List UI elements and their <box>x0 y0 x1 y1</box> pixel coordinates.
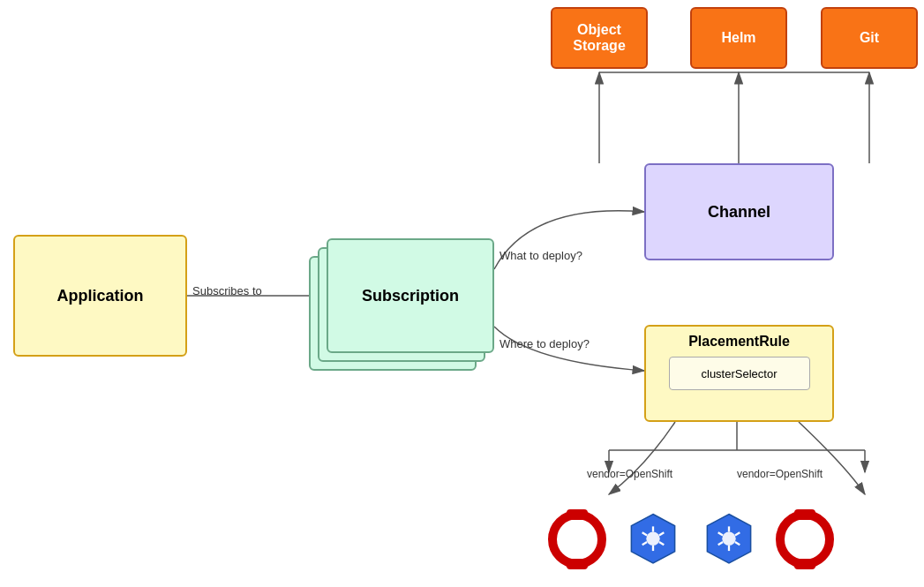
vendor1-label: vendor=OpenShift <box>587 468 672 480</box>
svg-rect-32 <box>794 559 815 569</box>
placementrule-label: PlacementRule <box>688 334 790 350</box>
cluster-icons-group <box>547 509 835 569</box>
diagram-container: Application Subscription Channel Placeme… <box>0 0 924 587</box>
clusterselector-label: clusterSelector <box>702 367 778 380</box>
svg-rect-31 <box>794 509 815 520</box>
svg-point-11 <box>552 515 602 564</box>
git-label: Git <box>860 30 879 46</box>
clusterselector-box: clusterSelector <box>669 357 810 390</box>
git-box: Git <box>821 7 918 69</box>
svg-rect-12 <box>567 509 588 520</box>
helm-label: Helm <box>721 30 755 46</box>
subscribes-to-label: Subscribes to <box>192 284 262 297</box>
object-storage-box: Object Storage <box>551 7 648 69</box>
k8s-cluster-1 <box>623 513 683 566</box>
where-to-deploy-label: Where to deploy? <box>500 337 590 350</box>
k8s-cluster-2 <box>699 513 759 566</box>
openshift-cluster-1 <box>547 509 607 569</box>
subscription-label: Subscription <box>362 287 459 305</box>
svg-point-30 <box>780 515 830 564</box>
svg-point-23 <box>722 532 735 546</box>
channel-label: Channel <box>708 203 770 222</box>
openshift-cluster-2 <box>775 509 835 569</box>
application-box: Application <box>13 235 187 357</box>
svg-point-15 <box>646 532 659 546</box>
vendor2-label: vendor=OpenShift <box>737 468 823 480</box>
channel-box: Channel <box>644 163 834 260</box>
svg-rect-13 <box>567 559 588 569</box>
application-label: Application <box>57 287 144 305</box>
placementrule-box: PlacementRule clusterSelector <box>644 325 834 422</box>
helm-box: Helm <box>690 7 787 69</box>
subscription-box: Subscription <box>327 238 494 353</box>
object-storage-label: Object Storage <box>573 22 626 54</box>
what-to-deploy-label: What to deploy? <box>500 249 582 262</box>
